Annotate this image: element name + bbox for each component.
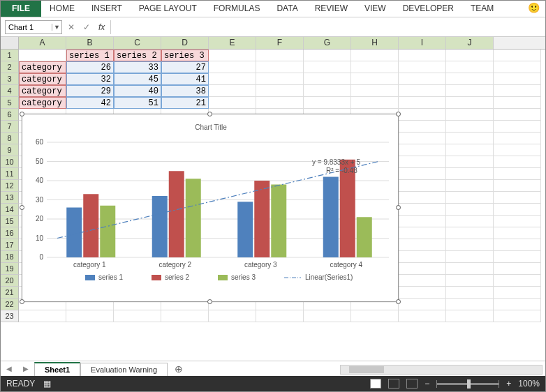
row-header[interactable]: 18	[1, 251, 19, 263]
cell[interactable]	[304, 85, 351, 97]
cell[interactable]	[256, 310, 304, 322]
cell[interactable]	[304, 73, 351, 85]
cell[interactable]	[446, 227, 494, 239]
cell[interactable]	[351, 73, 399, 85]
cell[interactable]: category 4	[19, 97, 66, 109]
view-normal-icon[interactable]	[370, 379, 381, 389]
row-header[interactable]: 5	[1, 97, 19, 109]
fx-icon[interactable]: fx	[96, 22, 108, 32]
cell[interactable]: category 1	[19, 61, 66, 73]
cell[interactable]	[399, 192, 446, 204]
cell[interactable]	[399, 310, 446, 322]
cell[interactable]	[161, 310, 209, 322]
smiley-icon[interactable]: 🙂	[522, 1, 545, 17]
cell[interactable]	[446, 251, 494, 263]
cell[interactable]	[351, 61, 399, 73]
cell[interactable]	[399, 216, 446, 227]
cell[interactable]	[446, 85, 494, 97]
formula-input[interactable]	[110, 20, 541, 34]
cell[interactable]	[494, 168, 541, 180]
row-header[interactable]: 8	[1, 133, 19, 144]
cell[interactable]	[446, 97, 494, 109]
cell[interactable]	[494, 133, 541, 144]
cell[interactable]	[494, 50, 541, 61]
cell[interactable]	[399, 299, 446, 310]
row-header[interactable]: 13	[1, 192, 19, 204]
cell[interactable]	[399, 73, 446, 85]
cell[interactable]: 33	[114, 61, 161, 73]
cell[interactable]	[399, 156, 446, 168]
add-sheet-button[interactable]: ⊕	[168, 363, 190, 375]
cell[interactable]	[256, 61, 304, 73]
cell[interactable]	[446, 287, 494, 299]
cell[interactable]	[494, 73, 541, 85]
cell[interactable]	[494, 275, 541, 287]
cell[interactable]	[304, 50, 351, 61]
cell[interactable]	[494, 251, 541, 263]
row-header[interactable]: 15	[1, 216, 19, 227]
row-header[interactable]: 4	[1, 85, 19, 97]
resize-handle[interactable]	[207, 299, 212, 304]
cell[interactable]	[494, 121, 541, 133]
cell[interactable]	[494, 156, 541, 168]
cell[interactable]: 51	[114, 97, 161, 109]
cell[interactable]	[399, 239, 446, 251]
cell[interactable]	[256, 50, 304, 61]
col-header[interactable]: E	[209, 37, 256, 49]
cell[interactable]	[399, 251, 446, 263]
cell[interactable]	[446, 192, 494, 204]
cell[interactable]	[399, 133, 446, 144]
cell[interactable]	[399, 85, 446, 97]
cell[interactable]	[399, 109, 446, 121]
cell[interactable]	[446, 109, 494, 121]
cell[interactable]: 38	[161, 85, 209, 97]
view-pagebreak-icon[interactable]	[406, 379, 418, 389]
resize-handle[interactable]	[20, 205, 24, 210]
cell[interactable]	[494, 144, 541, 156]
cell[interactable]	[399, 227, 446, 239]
tab-file[interactable]: FILE	[1, 1, 41, 17]
cell[interactable]: 21	[161, 97, 209, 109]
cell[interactable]: series 3	[161, 50, 209, 61]
cell[interactable]: 27	[161, 61, 209, 73]
row-header[interactable]: 19	[1, 263, 19, 275]
col-header[interactable]: C	[114, 37, 161, 49]
sheet-tab-warning[interactable]: Evaluation Warning	[80, 363, 168, 376]
cell[interactable]	[256, 73, 304, 85]
select-all-button[interactable]	[1, 37, 19, 49]
resize-handle[interactable]	[396, 299, 401, 304]
cell[interactable]	[399, 144, 446, 156]
row-header[interactable]: 10	[1, 156, 19, 168]
horizontal-scrollbar[interactable]	[340, 365, 543, 375]
cell[interactable]: series 1	[66, 50, 114, 61]
cell[interactable]	[399, 168, 446, 180]
sheet-nav-prev-icon[interactable]: ◀	[1, 365, 17, 372]
cell[interactable]	[209, 50, 256, 61]
cell[interactable]	[494, 239, 541, 251]
row-header[interactable]: 21	[1, 287, 19, 299]
cell[interactable]	[446, 133, 494, 144]
row-header[interactable]: 7	[1, 121, 19, 133]
cell[interactable]	[399, 263, 446, 275]
resize-handle[interactable]	[207, 112, 212, 116]
cell[interactable]	[446, 156, 494, 168]
cell[interactable]	[494, 180, 541, 192]
row-header[interactable]: 17	[1, 239, 19, 251]
chart-object[interactable]: Chart Title0102030405060category 1catego…	[22, 114, 399, 302]
cell[interactable]	[494, 263, 541, 275]
cell[interactable]: 41	[161, 73, 209, 85]
sheet-tab-active[interactable]: Sheet1	[34, 362, 80, 376]
row-header[interactable]: 11	[1, 168, 19, 180]
cell[interactable]	[114, 310, 161, 322]
name-box-dropdown-icon[interactable]: ▼	[52, 24, 61, 31]
row-header[interactable]: 23	[1, 310, 19, 322]
cell[interactable]	[494, 85, 541, 97]
view-pagelayout-icon[interactable]	[388, 379, 399, 389]
cell[interactable]	[399, 275, 446, 287]
cell[interactable]	[66, 310, 114, 322]
cell[interactable]	[494, 310, 541, 322]
row-header[interactable]: 9	[1, 144, 19, 156]
cell[interactable]: 26	[66, 61, 114, 73]
cell[interactable]	[209, 97, 256, 109]
tab-view[interactable]: VIEW	[356, 1, 394, 17]
